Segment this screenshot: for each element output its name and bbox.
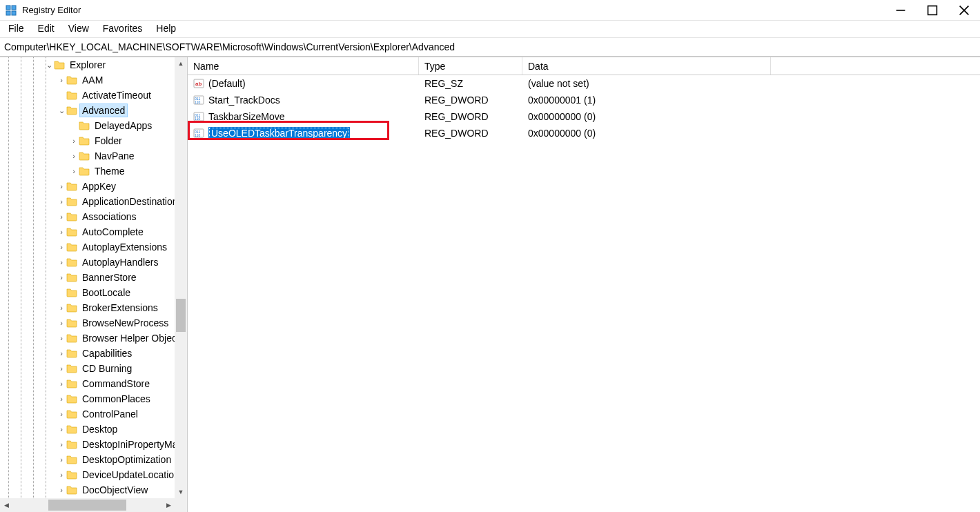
tree-vscroll-thumb[interactable] [176,299,186,332]
tree-hscroll-thumb[interactable] [48,500,126,511]
expand-icon[interactable]: › [57,243,66,251]
menu-help[interactable]: Help [149,21,183,37]
tree-node[interactable]: ›AAM [0,72,175,88]
expand-icon[interactable]: › [57,471,66,479]
expand-icon[interactable]: › [57,273,66,282]
tree-node[interactable]: ›Browser Helper Objects [0,331,175,346]
tree-node[interactable]: ›Desktop [0,422,175,437]
expand-icon[interactable]: › [57,182,66,190]
tree-node[interactable]: ›CD Burning [0,361,175,376]
expand-icon[interactable]: › [69,137,79,145]
folder-icon [66,484,77,495]
tree-node[interactable]: ›ApplicationDestinations [0,194,175,209]
tree-node[interactable]: ›NavPane [0,148,175,164]
tree-node[interactable]: ›DesktopOptimization [0,452,175,467]
expand-icon[interactable]: › [57,349,66,357]
tree-node[interactable]: ⌄Advanced [0,103,175,118]
tree-node[interactable]: ⌄Explorer [0,57,175,72]
value-row[interactable]: (Default)REG_SZ(value not set) [188,75,980,92]
minimize-button[interactable] [885,0,917,21]
column-header-name[interactable]: Name [188,57,419,75]
tree-node[interactable]: ›CommonPlaces [0,391,175,406]
tree-node[interactable]: ›Associations [0,209,175,224]
scroll-right-icon[interactable]: ▶ [162,498,175,512]
folder-icon [66,363,77,374]
tree-node[interactable]: ›Folder [0,133,175,148]
expand-icon[interactable]: › [57,258,66,266]
tree-node-label: CommonPlaces [80,393,153,405]
tree-vertical-scrollbar[interactable]: ▲ ▼ [175,57,187,498]
expand-icon[interactable]: › [57,425,66,433]
tree-horizontal-scrollbar[interactable]: ◀ ▶ [0,498,175,512]
tree-node[interactable]: ›DesktopIniPropertyMap [0,437,175,452]
expand-icon[interactable]: › [57,364,66,373]
collapse-icon[interactable]: ⌄ [44,61,54,70]
tree-node-label: AAM [80,74,105,86]
window-controls [885,0,980,21]
tree-node[interactable]: DelayedApps [0,118,175,133]
tree-node[interactable]: ›DeviceUpdateLocations [0,467,175,482]
tree-node-label: Advanced [80,104,127,117]
expand-icon[interactable]: › [57,440,66,449]
address-bar[interactable]: Computer\HKEY_LOCAL_MACHINE\SOFTWARE\Mic… [0,38,980,57]
tree-node[interactable]: ›ControlPanel [0,406,175,422]
regedit-icon [6,5,17,16]
expand-icon[interactable]: › [57,486,66,494]
tree-node[interactable]: ›AutoComplete [0,224,175,239]
tree-node-label: DesktopOptimization [80,453,173,466]
close-button[interactable] [948,0,980,21]
expand-icon[interactable]: › [57,304,66,312]
folder-icon [66,348,77,359]
binary-value-icon [193,95,204,106]
expand-icon[interactable]: › [57,76,66,84]
tree-node[interactable]: ›AppKey [0,179,175,194]
tree-node[interactable]: ›Capabilities [0,346,175,361]
column-header-data[interactable]: Data [522,57,771,75]
expand-icon[interactable]: › [57,319,66,327]
maximize-button[interactable] [917,0,948,21]
tree-pane: ⌄Explorer›AAMActivateTimeout⌄AdvancedDel… [0,57,188,512]
collapse-icon[interactable]: ⌄ [57,106,66,115]
tree-node[interactable]: ›BrowseNewProcess [0,315,175,331]
value-row[interactable]: Start_TrackDocsREG_DWORD0x00000001 (1) [188,92,980,108]
tree-node[interactable]: BootLocale [0,285,175,300]
expand-icon[interactable]: › [57,228,66,236]
tree-node[interactable]: ›AutoplayExtensions [0,239,175,255]
expand-icon[interactable]: › [57,455,66,464]
scroll-corner [175,498,187,512]
tree-node[interactable]: ›CommandStore [0,376,175,391]
expand-icon[interactable]: › [57,213,66,221]
folder-icon [66,105,77,116]
tree-node[interactable]: ›DocObjectView [0,482,175,498]
tree-node[interactable]: ›BannerStore [0,270,175,285]
tree-node[interactable]: ActivateTimeout [0,88,175,103]
menu-favorites[interactable]: Favorites [96,21,150,37]
value-row[interactable]: TaskbarSizeMoveREG_DWORD0x00000000 (0) [188,108,980,125]
tree-node[interactable]: ›BrokerExtensions [0,300,175,315]
folder-icon [66,287,77,298]
menu-view[interactable]: View [61,21,96,37]
tree-node[interactable]: ›AutoplayHandlers [0,255,175,270]
expand-icon[interactable]: › [69,152,79,160]
expand-icon[interactable]: › [57,380,66,388]
value-row[interactable]: UseOLEDTaskbarTransparencyREG_DWORD0x000… [188,125,980,141]
expand-icon[interactable]: › [57,410,66,418]
value-data: 0x00000000 (0) [522,108,980,125]
menu-edit[interactable]: Edit [31,21,61,37]
values-list[interactable]: (Default)REG_SZ(value not set)Start_Trac… [188,75,980,141]
expand-icon[interactable]: › [57,395,66,403]
folder-icon [66,424,77,435]
scroll-left-icon[interactable]: ◀ [0,498,12,512]
value-type: REG_DWORD [419,92,522,108]
address-text: Computer\HKEY_LOCAL_MACHINE\SOFTWARE\Mic… [4,41,455,52]
expand-icon[interactable]: › [57,197,66,206]
column-header-type[interactable]: Type [419,57,522,75]
expand-icon[interactable]: › [57,334,66,342]
tree-node[interactable]: ›Theme [0,164,175,179]
scroll-down-icon[interactable]: ▼ [175,486,187,498]
scroll-up-icon[interactable]: ▲ [175,57,187,70]
registry-tree[interactable]: ⌄Explorer›AAMActivateTimeout⌄AdvancedDel… [0,57,175,498]
menu-file[interactable]: File [1,21,31,37]
expand-icon[interactable]: › [69,167,79,175]
tree-node-label: DocObjectView [80,484,150,496]
